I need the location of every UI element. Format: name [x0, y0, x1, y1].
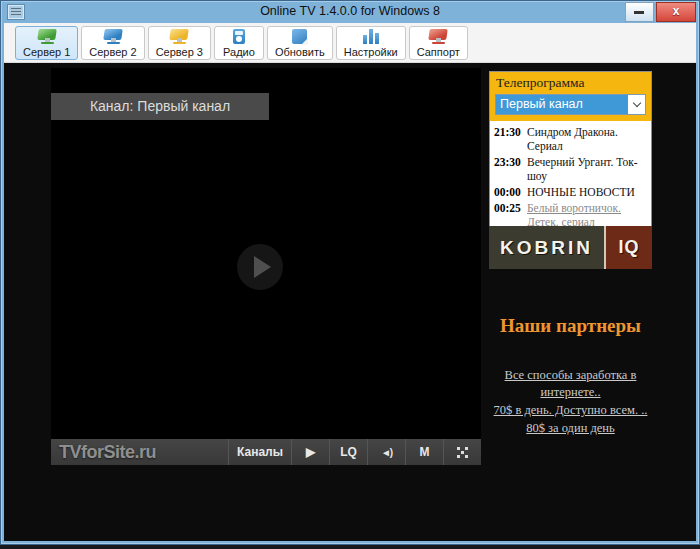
toolbar-button-сервер-2[interactable]: Сервер 2 [81, 26, 144, 60]
content-area: Канал: Первый канал TVforSite.ru Каналы … [4, 63, 696, 541]
chevron-down-icon[interactable] [628, 95, 645, 114]
tv-guide-title: Телепрограмма [490, 72, 651, 93]
kobrin-banner-right: IQ [606, 226, 652, 269]
toolbar-button-сервер-3[interactable]: Сервер 3 [148, 26, 211, 60]
watermark: TVforSite.ru [51, 439, 228, 465]
taskbar-strip [0, 545, 700, 549]
partner-link[interactable]: 80$ за один день [482, 420, 659, 437]
kobrin-banner[interactable]: KOBRIN IQ [489, 226, 652, 269]
toolbar-button-обновить[interactable]: Обновить [267, 26, 333, 60]
program-list: 21:30Синдром Дракона. Сериал23:30Вечерни… [490, 121, 651, 233]
program-title: Синдром Дракона. Сериал [527, 125, 648, 153]
window-title: Online TV 1.4.0.0 for Windows 8 [1, 4, 699, 18]
program-title[interactable]: Белый воротничок. Детек. сериал [527, 201, 648, 229]
app-window: Online TV 1.4.0.0 for Windows 8 x Сервер… [0, 0, 700, 545]
main-area: Сервер 1Сервер 2Сервер 3РадиоОбновитьНас… [4, 23, 696, 541]
partner-link[interactable]: Все способы заработка в интернете.. [482, 367, 659, 401]
fullscreen-button[interactable] [443, 439, 481, 465]
refresh-icon [292, 29, 307, 44]
channel-label: Канал: Первый канал [51, 93, 269, 120]
mute-button[interactable]: M [405, 439, 443, 465]
monitor-yellow-icon [168, 29, 190, 44]
play-overlay-icon[interactable] [237, 244, 283, 290]
play-button[interactable]: ▶ [291, 439, 329, 465]
fullscreen-icon [456, 446, 469, 459]
quality-button[interactable]: LQ [329, 439, 367, 465]
program-time: 23:30 [494, 155, 527, 183]
toolbar-button-label: Саппорт [417, 46, 460, 58]
partner-link[interactable]: 70$ в день. Доступно всем. .. [482, 402, 659, 419]
toolbar-button-label: Обновить [275, 46, 325, 58]
program-row: 23:30Вечерний Ургант. Ток-шоу [494, 155, 648, 183]
play-icon: ▶ [306, 445, 315, 459]
kobrin-banner-left: KOBRIN [489, 226, 606, 269]
toolbar-button-радио[interactable]: Радио [214, 26, 264, 60]
speaker-icon: ◄) [381, 447, 392, 458]
title-bar: Online TV 1.4.0.0 for Windows 8 x [1, 1, 699, 22]
program-time: 21:30 [494, 125, 527, 153]
toolbar-button-настройки[interactable]: Настройки [336, 26, 406, 60]
partner-links: Все способы заработка в интернете..70$ в… [482, 367, 659, 438]
player-control-bar: TVforSite.ru Каналы ▶ LQ ◄) M [51, 439, 481, 465]
toolbar-button-label: Настройки [344, 46, 398, 58]
radio-icon [233, 29, 245, 44]
partners-title: Наши партнеры [482, 315, 659, 337]
close-button[interactable]: x [656, 2, 696, 22]
program-row: 21:30Синдром Дракона. Сериал [494, 125, 648, 153]
monitor-blue-icon [102, 29, 124, 44]
toolbar: Сервер 1Сервер 2Сервер 3РадиоОбновитьНас… [4, 23, 696, 63]
program-row: 00:00НОЧНЫЕ НОВОСТИ [494, 185, 648, 199]
minimize-button[interactable] [625, 2, 654, 22]
toolbar-button-саппорт[interactable]: Саппорт [409, 26, 468, 60]
channels-button[interactable]: Каналы [228, 439, 291, 465]
program-row: 00:25Белый воротничок. Детек. сериал [494, 201, 648, 229]
channel-select-value: Первый канал [496, 95, 628, 114]
program-title: Вечерний Ургант. Ток-шоу [527, 155, 648, 183]
program-time: 00:00 [494, 185, 527, 199]
settings-icon [363, 29, 379, 44]
toolbar-button-label: Сервер 3 [156, 46, 203, 58]
channel-select[interactable]: Первый канал [495, 94, 646, 115]
program-title: НОЧНЫЕ НОВОСТИ [527, 185, 635, 199]
program-time: 00:25 [494, 201, 527, 229]
toolbar-button-label: Сервер 2 [89, 46, 136, 58]
monitor-green-icon [36, 29, 58, 44]
channel-select-wrap: Первый канал [490, 93, 651, 121]
toolbar-button-label: Сервер 1 [23, 46, 70, 58]
volume-button[interactable]: ◄) [367, 439, 405, 465]
support-icon [427, 29, 449, 44]
video-player[interactable]: Канал: Первый канал [51, 68, 481, 439]
toolbar-button-label: Радио [223, 46, 255, 58]
toolbar-button-сервер-1[interactable]: Сервер 1 [15, 26, 78, 60]
